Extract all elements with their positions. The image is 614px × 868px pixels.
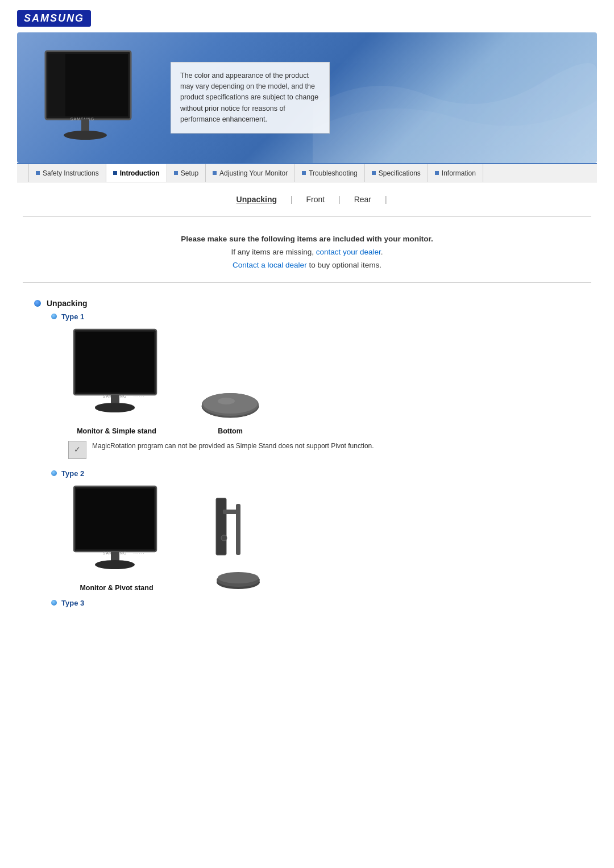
type1-product-row: SAMSUNG · · · · · · Monitor & Simple sta… bbox=[68, 327, 580, 435]
nav-label-safety: Safety Instructions bbox=[43, 169, 99, 177]
nav-item-safety[interactable]: Safety Instructions bbox=[28, 164, 106, 182]
nav-bar: Safety Instructions Introduction Setup A… bbox=[17, 163, 597, 182]
svg-rect-2 bbox=[48, 54, 65, 116]
sub-nav-front[interactable]: Front bbox=[295, 193, 337, 206]
sub-nav-unpacking[interactable]: Unpacking bbox=[225, 193, 289, 206]
nav-label-specifications: Specifications bbox=[379, 169, 421, 177]
type2-section: Type 2 SAMSUNG · · · · · · Monitor & Piv… bbox=[51, 469, 580, 592]
svg-point-12 bbox=[95, 403, 135, 412]
pivot-stand-side-item bbox=[199, 493, 279, 592]
svg-rect-7 bbox=[76, 332, 154, 393]
banner: SAMSUNG The color and appearance of the … bbox=[17, 32, 597, 163]
nav-bullet-troubleshooting bbox=[302, 171, 306, 175]
type1-label: Type 1 bbox=[61, 312, 84, 321]
nav-item-information[interactable]: Information bbox=[428, 164, 483, 182]
monitor-pivot-front-item: SAMSUNG · · · · · · Monitor & Pivot stan… bbox=[68, 483, 165, 592]
monitor-simple-stand-label: Monitor & Simple stand bbox=[77, 427, 156, 435]
monitor-pivot-stand-label: Monitor & Pivot stand bbox=[80, 584, 153, 592]
nav-bullet-safety bbox=[36, 171, 40, 175]
sub-nav-sep-3: | bbox=[383, 193, 389, 206]
type3-label: Type 3 bbox=[61, 599, 84, 607]
type1-note: MagicRotation program can not be provide… bbox=[68, 441, 563, 459]
svg-point-29 bbox=[218, 572, 259, 583]
monitor-pivot-front-svg: SAMSUNG · · · · · · bbox=[68, 483, 165, 577]
banner-disclaimer: The color and appearance of the product … bbox=[171, 62, 330, 134]
svg-point-22 bbox=[95, 560, 135, 569]
intro-line3: Contact a local dealer to buy optional i… bbox=[23, 259, 591, 272]
unpacking-dot bbox=[34, 300, 41, 307]
svg-point-5 bbox=[64, 131, 107, 140]
contact-dealer-link[interactable]: contact your dealer bbox=[316, 248, 381, 256]
bottom-stand-item: Bottom bbox=[199, 381, 262, 435]
type3-dot bbox=[51, 600, 57, 606]
divider-top bbox=[23, 216, 591, 217]
sub-nav-sep-1: | bbox=[288, 193, 294, 206]
nav-item-specifications[interactable]: Specifications bbox=[365, 164, 428, 182]
unpacking-title: Unpacking bbox=[47, 299, 88, 308]
svg-point-16 bbox=[218, 398, 235, 404]
nav-bullet-information bbox=[435, 171, 439, 175]
intro-line1: Please make sure the following items are… bbox=[23, 233, 591, 246]
type1-heading: Type 1 bbox=[51, 312, 580, 321]
intro-line2: If any items are missing, contact your d… bbox=[23, 246, 591, 259]
nav-bullet-adjusting bbox=[213, 171, 217, 175]
bottom-label: Bottom bbox=[218, 427, 243, 435]
monitor-svg: SAMSUNG bbox=[34, 45, 142, 159]
type2-heading: Type 2 bbox=[51, 469, 580, 478]
bottom-stand-svg bbox=[199, 381, 262, 420]
divider-middle bbox=[23, 282, 591, 283]
sub-nav-rear[interactable]: Rear bbox=[343, 193, 383, 206]
nav-bullet-introduction bbox=[113, 171, 117, 175]
sub-nav-sep-2: | bbox=[336, 193, 342, 206]
unpacking-heading: Unpacking bbox=[34, 299, 580, 308]
type2-label: Type 2 bbox=[61, 469, 84, 478]
intro-line2-after: . bbox=[381, 248, 383, 256]
monitor-simple-stand-item: SAMSUNG · · · · · · Monitor & Simple sta… bbox=[68, 327, 165, 435]
intro-line2-before: If any items are missing, bbox=[231, 248, 316, 256]
nav-item-setup[interactable]: Setup bbox=[167, 164, 206, 182]
type1-dot bbox=[51, 314, 57, 319]
svg-rect-25 bbox=[236, 504, 240, 555]
type1-section: Type 1 SAMSUNG · · · · · · Monitor & Sim… bbox=[51, 312, 580, 459]
intro-section: Please make sure the following items are… bbox=[0, 222, 614, 278]
type2-product-row: SAMSUNG · · · · · · Monitor & Pivot stan… bbox=[68, 483, 580, 592]
nav-label-adjusting: Adjusting Your Monitor bbox=[219, 169, 288, 177]
nav-item-introduction[interactable]: Introduction bbox=[106, 164, 167, 182]
intro-line3-after: to buy optional items. bbox=[307, 261, 381, 269]
samsung-logo: SAMSUNG bbox=[17, 10, 91, 27]
content-area: Unpacking Type 1 SAMSUNG · · · · · · Mon… bbox=[0, 287, 614, 637]
monitor-simple-stand-svg: SAMSUNG · · · · · · bbox=[68, 327, 165, 420]
type2-dot bbox=[51, 470, 57, 476]
local-dealer-link[interactable]: Contact a local dealer bbox=[233, 261, 307, 269]
banner-wave-decoration bbox=[313, 49, 597, 163]
note-text: MagicRotation program can not be provide… bbox=[92, 441, 374, 451]
banner-monitor-illustration: SAMSUNG bbox=[34, 45, 148, 151]
note-icon bbox=[68, 441, 86, 459]
pivot-stand-side-svg bbox=[199, 493, 279, 592]
nav-item-troubleshooting[interactable]: Troubleshooting bbox=[295, 164, 365, 182]
sub-nav: Unpacking | Front | Rear | bbox=[0, 182, 614, 212]
nav-bullet-specifications bbox=[372, 171, 376, 175]
nav-label-setup: Setup bbox=[181, 169, 198, 177]
nav-label-troubleshooting: Troubleshooting bbox=[309, 169, 358, 177]
nav-item-adjusting[interactable]: Adjusting Your Monitor bbox=[206, 164, 295, 182]
page-header: SAMSUNG SAMSUNG The color bbox=[0, 0, 614, 182]
svg-rect-23 bbox=[216, 498, 226, 555]
nav-label-information: Information bbox=[442, 169, 476, 177]
svg-rect-18 bbox=[76, 489, 154, 549]
nav-bullet-setup bbox=[174, 171, 178, 175]
svg-point-26 bbox=[221, 535, 227, 541]
type3-section: Type 3 bbox=[51, 599, 580, 607]
svg-text:· · · · · ·: · · · · · · bbox=[134, 552, 144, 555]
nav-label-introduction: Introduction bbox=[120, 169, 160, 177]
svg-text:· · · · · ·: · · · · · · bbox=[134, 395, 144, 398]
type3-heading: Type 3 bbox=[51, 599, 580, 607]
